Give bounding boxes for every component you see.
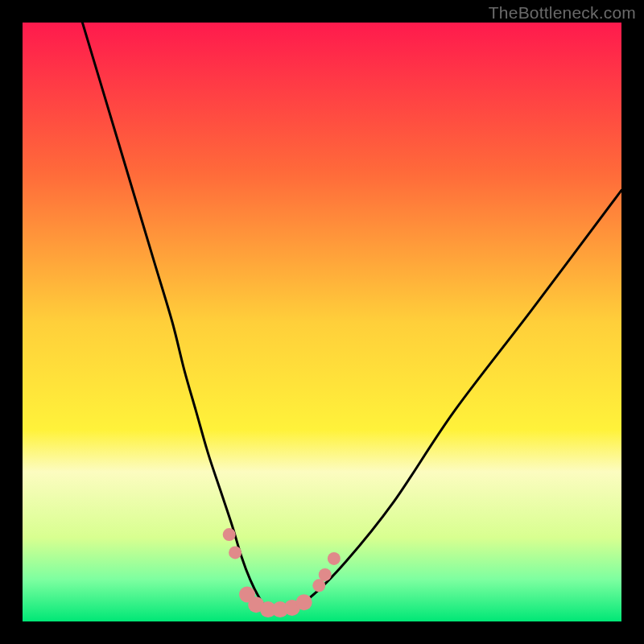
marker-point (223, 528, 236, 541)
marker-point (296, 594, 312, 610)
marker-point (328, 552, 341, 565)
gradient-background (23, 23, 621, 621)
plot-region (23, 23, 621, 621)
bottleneck-chart (23, 23, 621, 621)
marker-point (319, 568, 332, 581)
marker-point (312, 579, 325, 592)
chart-frame: TheBottleneck.com (0, 0, 644, 644)
marker-point (229, 546, 242, 559)
watermark-text: TheBottleneck.com (489, 3, 636, 23)
